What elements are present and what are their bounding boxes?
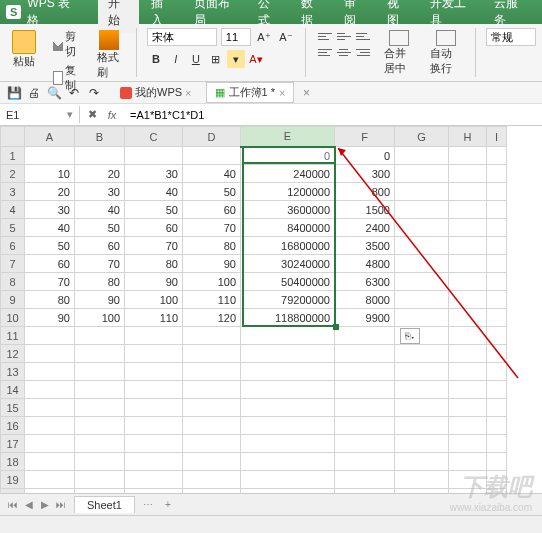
row-header-3[interactable]: 3 <box>1 183 25 201</box>
row-header-19[interactable]: 19 <box>1 471 25 489</box>
cell-H5[interactable] <box>449 219 487 237</box>
cell-D17[interactable] <box>183 435 241 453</box>
cell-B1[interactable] <box>75 147 125 165</box>
cell-D8[interactable]: 100 <box>183 273 241 291</box>
cell-D1[interactable] <box>183 147 241 165</box>
cell-A6[interactable]: 50 <box>25 237 75 255</box>
cell-B14[interactable] <box>75 381 125 399</box>
cell-A11[interactable] <box>25 327 75 345</box>
cell-G5[interactable] <box>395 219 449 237</box>
cell-A17[interactable] <box>25 435 75 453</box>
cell-B8[interactable]: 80 <box>75 273 125 291</box>
cell-E12[interactable] <box>241 345 335 363</box>
cell-I11[interactable] <box>487 327 507 345</box>
cell-E5[interactable]: 8400000 <box>241 219 335 237</box>
cell-I17[interactable] <box>487 435 507 453</box>
cell-F18[interactable] <box>335 453 395 471</box>
cell-C6[interactable]: 70 <box>125 237 183 255</box>
cell-E19[interactable] <box>241 471 335 489</box>
merge-center-button[interactable]: 合并居中 <box>380 28 419 78</box>
font-size-select[interactable] <box>221 28 251 46</box>
row-header-12[interactable]: 12 <box>1 345 25 363</box>
cell-D15[interactable] <box>183 399 241 417</box>
row-header-13[interactable]: 13 <box>1 363 25 381</box>
cell-H10[interactable] <box>449 309 487 327</box>
cell-A4[interactable]: 30 <box>25 201 75 219</box>
cell-A5[interactable]: 40 <box>25 219 75 237</box>
cell-G10[interactable] <box>395 309 449 327</box>
cell-G2[interactable] <box>395 165 449 183</box>
print-button[interactable]: 🖨 <box>26 85 42 101</box>
my-wps-button[interactable]: 我的WPS × <box>114 83 198 102</box>
row-header-9[interactable]: 9 <box>1 291 25 309</box>
cell-D18[interactable] <box>183 453 241 471</box>
cell-H16[interactable] <box>449 417 487 435</box>
cell-G13[interactable] <box>395 363 449 381</box>
align-right-button[interactable] <box>354 44 372 60</box>
col-header-F[interactable]: F <box>335 127 395 147</box>
cell-D12[interactable] <box>183 345 241 363</box>
cell-H2[interactable] <box>449 165 487 183</box>
row-header-2[interactable]: 2 <box>1 165 25 183</box>
paste-button[interactable]: 粘贴 <box>6 28 42 71</box>
row-header-18[interactable]: 18 <box>1 453 25 471</box>
sheet-list-button[interactable]: ⋯ <box>141 498 155 512</box>
cell-D3[interactable]: 50 <box>183 183 241 201</box>
cell-I13[interactable] <box>487 363 507 381</box>
cell-B12[interactable] <box>75 345 125 363</box>
cell-I16[interactable] <box>487 417 507 435</box>
cell-H3[interactable] <box>449 183 487 201</box>
cell-B13[interactable] <box>75 363 125 381</box>
align-middle-button[interactable] <box>335 28 353 44</box>
col-header-H[interactable]: H <box>449 127 487 147</box>
cell-E16[interactable] <box>241 417 335 435</box>
cell-F3[interactable]: 800 <box>335 183 395 201</box>
cell-G9[interactable] <box>395 291 449 309</box>
number-format-select[interactable] <box>486 28 536 46</box>
cell-H7[interactable] <box>449 255 487 273</box>
fx-button[interactable]: fx <box>104 107 120 123</box>
cell-C3[interactable]: 40 <box>125 183 183 201</box>
cell-B3[interactable]: 30 <box>75 183 125 201</box>
close-doc-button[interactable]: × <box>279 87 285 99</box>
row-header-17[interactable]: 17 <box>1 435 25 453</box>
cell-B17[interactable] <box>75 435 125 453</box>
preview-button[interactable]: 🔍 <box>46 85 62 101</box>
cell-G1[interactable] <box>395 147 449 165</box>
cell-G12[interactable] <box>395 345 449 363</box>
cell-H13[interactable] <box>449 363 487 381</box>
cell-A9[interactable]: 80 <box>25 291 75 309</box>
cell-C15[interactable] <box>125 399 183 417</box>
cancel-formula-button[interactable]: ✖ <box>84 107 100 123</box>
cell-D6[interactable]: 80 <box>183 237 241 255</box>
cell-H19[interactable] <box>449 471 487 489</box>
autofill-options-button[interactable]: ⎘▾ <box>400 328 420 344</box>
cell-E3[interactable]: 1200000 <box>241 183 335 201</box>
cell-D9[interactable]: 110 <box>183 291 241 309</box>
cell-C4[interactable]: 50 <box>125 201 183 219</box>
cell-I15[interactable] <box>487 399 507 417</box>
col-header-A[interactable]: A <box>25 127 75 147</box>
cell-C9[interactable]: 100 <box>125 291 183 309</box>
decrease-font-button[interactable]: A⁻ <box>277 28 295 46</box>
add-doc-button[interactable]: × <box>298 85 314 101</box>
cell-E15[interactable] <box>241 399 335 417</box>
cell-C1[interactable] <box>125 147 183 165</box>
cell-D2[interactable]: 40 <box>183 165 241 183</box>
redo-button[interactable]: ↷ <box>86 85 102 101</box>
cell-H15[interactable] <box>449 399 487 417</box>
align-top-button[interactable] <box>316 28 334 44</box>
cell-C19[interactable] <box>125 471 183 489</box>
cell-C8[interactable]: 90 <box>125 273 183 291</box>
cell-C7[interactable]: 80 <box>125 255 183 273</box>
cell-E2[interactable]: 240000 <box>241 165 335 183</box>
row-header-10[interactable]: 10 <box>1 309 25 327</box>
name-box[interactable]: E1 ▾ <box>0 106 80 123</box>
cell-D7[interactable]: 90 <box>183 255 241 273</box>
cell-D14[interactable] <box>183 381 241 399</box>
cell-I19[interactable] <box>487 471 507 489</box>
cell-E11[interactable] <box>241 327 335 345</box>
cell-E18[interactable] <box>241 453 335 471</box>
cell-B4[interactable]: 40 <box>75 201 125 219</box>
cell-B19[interactable] <box>75 471 125 489</box>
